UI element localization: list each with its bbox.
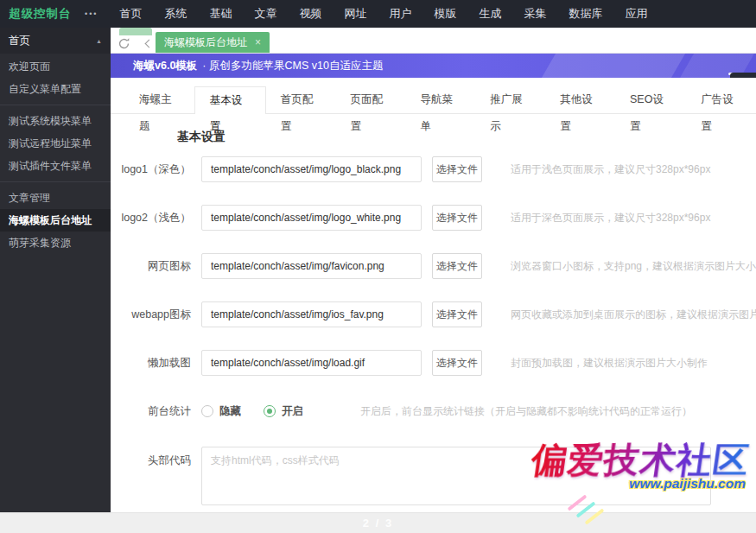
app-logo: 超级控制台 [0,6,83,22]
basic-settings-form: logo1（深色） 选择文件 适用于浅色页面展示，建议尺寸328px*96px … [111,156,756,528]
lazyload-input[interactable] [201,350,422,376]
page-indicator: 2 / 3 [363,517,393,530]
field-label: logo2（浅色） [111,211,201,225]
topnav-system[interactable]: 系统 [153,0,198,28]
main-content: 海螺模板后台地址 × 海螺v6.0模板· 原创多功能苹果CMS v10自适应主题… [111,28,756,512]
sidebar-menu: 欢迎页面 自定义菜单配置 测试系统模块菜单 测试远程地址菜单 测试插件文件菜单 … [0,54,111,254]
sidebar-divider [0,105,111,105]
settings-tabs: 海螺主题 基本设置 首页配置 页面配置 导航菜单 推广展示 其他设置 SEO设置… [111,86,756,114]
radio-hide[interactable]: 隐藏 [201,404,241,419]
banner-title: 海螺v6.0模板 [133,60,197,72]
topnav-home[interactable]: 首页 [108,0,153,28]
field-label: 头部代码 [111,454,201,468]
top-nav: 首页 系统 基础 文章 视频 网址 用户 模版 生成 采集 数据库 应用 [108,0,658,28]
tab-home-config[interactable]: 首页配置 [266,86,336,113]
field-hint: 浏览器窗口小图标，支持png，建议根据演示图片大小制作 [511,259,756,274]
choose-file-button[interactable]: 选择文件 [432,301,482,327]
sidebar-item-test-plugin[interactable]: 测试插件文件菜单 [0,155,111,177]
tab-stub [119,28,152,35]
choose-file-button[interactable]: 选择文件 [432,205,482,231]
form-row-logo1: logo1（深色） 选择文件 适用于浅色页面展示，建议尺寸328px*96px [111,156,756,182]
sidebar-divider [0,181,111,182]
choose-file-button[interactable]: 选择文件 [432,253,482,279]
document-tabstrip: 海螺模板后台地址 × [111,28,756,54]
chevron-up-icon: ▲ [96,38,102,44]
form-row-headcode: 头部代码 [111,447,756,505]
topnav-collect[interactable]: 采集 [512,0,557,28]
form-row-lazyload: 懒加载图 选择文件 封面预加载图，建议根据演示图片大小制作 [111,350,756,376]
back-chevron-icon[interactable] [140,35,156,51]
form-row-webapp-icon: webapp图标 选择文件 网页收藏或添加到桌面展示的图标，建议根据演示图片大小… [111,301,756,327]
sidebar: 首页 ▲ 欢迎页面 自定义菜单配置 测试系统模块菜单 测试远程地址菜单 测试插件… [0,28,111,512]
topbar: 超级控制台 ••• 首页 系统 基础 文章 视频 网址 用户 模版 生成 采集 … [0,0,756,28]
refresh-icon[interactable] [116,35,131,51]
logo1-input[interactable] [201,156,422,182]
banner-decoration [538,54,688,78]
sidebar-item-hailuo-backend[interactable]: 海螺模板后台地址 [0,209,111,232]
field-label: 前台统计 [111,404,201,419]
stats-radio-group: 隐藏 开启 [201,404,326,419]
form-row-stats: 前台统计 隐藏 开启 开启后，前台显示统计链接（开启与隐藏都不影响统计代码的正常… [111,398,756,424]
theme-banner: 海螺v6.0模板· 原创多功能苹果CMS v10自适应主题 [111,54,756,78]
tab-other-settings[interactable]: 其他设置 [545,86,615,113]
tab-nav-menu[interactable]: 导航菜单 [405,86,475,113]
document-tab-label: 海螺模板后台地址 [164,35,247,50]
topnav-video[interactable]: 视频 [288,0,333,28]
field-hint: 开启后，前台显示统计链接（开启与隐藏都不影响统计代码的正常运行） [360,404,692,419]
close-icon[interactable]: × [255,36,261,48]
field-hint: 网页收藏或添加到桌面展示的图标，建议根据演示图片大小制作 [511,308,756,322]
banner-subtitle: · 原创多功能苹果CMS v10自适应主题 [202,60,383,72]
topnav-website[interactable]: 网址 [333,0,378,28]
field-hint: 适用于浅色页面展示，建议尺寸328px*96px [511,162,710,177]
field-label: webapp图标 [111,308,201,322]
topnav-basic[interactable]: 基础 [198,0,243,28]
topnav-generate[interactable]: 生成 [467,0,512,28]
field-hint: 封面预加载图，建议根据演示图片大小制作 [511,356,708,371]
sidebar-item-welcome[interactable]: 欢迎页面 [0,55,111,78]
choose-file-button[interactable]: 选择文件 [432,350,482,376]
sidebar-item-test-module[interactable]: 测试系统模块菜单 [0,110,111,132]
radio-label: 开启 [282,404,303,419]
logo2-input[interactable] [201,205,422,231]
tab-seo-settings[interactable]: SEO设置 [615,86,686,113]
field-hint: 适用于深色页面展示，建议尺寸328px*96px [511,211,710,225]
head-code-textarea[interactable] [201,447,711,505]
field-label: 网页图标 [111,259,201,274]
favicon-input[interactable] [201,253,422,279]
topnav-apps[interactable]: 应用 [613,0,658,28]
field-label: logo1（深色） [111,162,201,177]
topnav-database[interactable]: 数据库 [557,0,613,28]
form-row-logo2: logo2（浅色） 选择文件 适用于深色页面展示，建议尺寸328px*96px [111,205,756,231]
topnav-user[interactable]: 用户 [378,0,422,28]
more-menu-icon[interactable]: ••• [83,10,108,18]
sidebar-item-custom-menu[interactable]: 自定义菜单配置 [0,78,111,100]
sidebar-group-home[interactable]: 首页 ▲ [0,28,111,54]
radio-enable[interactable]: 开启 [264,404,303,419]
radio-selected-icon[interactable] [264,405,276,417]
sidebar-item-mengya-collect[interactable]: 萌芽采集资源 [0,232,111,254]
sidebar-item-test-remote[interactable]: 测试远程地址菜单 [0,132,111,155]
tab-page-config[interactable]: 页面配置 [336,86,406,113]
radio-icon[interactable] [201,405,213,417]
radio-label: 隐藏 [219,404,241,419]
tab-promo-display[interactable]: 推广展示 [475,86,545,113]
document-tab-active[interactable]: 海螺模板后台地址 × [156,32,270,53]
form-row-favicon: 网页图标 选择文件 浏览器窗口小图标，支持png，建议根据演示图片大小制作 [111,253,756,279]
sidebar-group-label: 首页 [9,34,30,48]
footer-bar: 2 / 3 [0,512,756,533]
tab-hailuo-theme[interactable]: 海螺主题 [124,86,194,113]
sidebar-item-article-mgmt[interactable]: 文章管理 [0,187,111,209]
topnav-template[interactable]: 模版 [422,0,467,28]
webapp-icon-input[interactable] [201,301,422,327]
tab-basic-settings[interactable]: 基本设置 [194,86,266,114]
topnav-article[interactable]: 文章 [243,0,288,28]
tab-ad-settings[interactable]: 广告设置 [686,86,756,113]
banner-notch-decoration [730,73,756,78]
banner-text: 海螺v6.0模板· 原创多功能苹果CMS v10自适应主题 [133,54,383,78]
field-label: 懒加载图 [111,356,201,371]
choose-file-button[interactable]: 选择文件 [432,156,482,182]
